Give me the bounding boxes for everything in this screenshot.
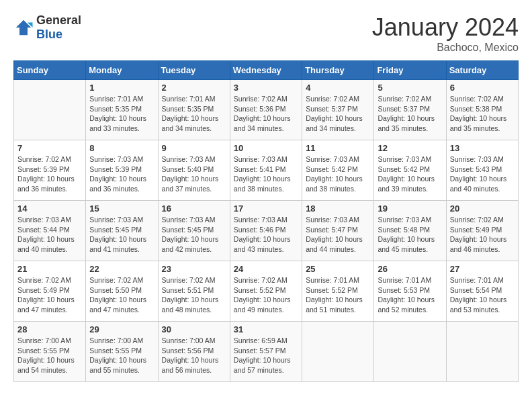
calendar-cell: 15Sunrise: 7:03 AM Sunset: 5:45 PM Dayli… — [86, 201, 158, 261]
day-info: Sunrise: 7:02 AM Sunset: 5:52 PM Dayligh… — [234, 275, 298, 315]
day-info: Sunrise: 7:01 AM Sunset: 5:54 PM Dayligh… — [450, 275, 515, 315]
day-number: 11 — [306, 143, 370, 153]
day-number: 18 — [306, 203, 370, 214]
day-info: Sunrise: 7:02 AM Sunset: 5:39 PM Dayligh… — [17, 154, 82, 194]
calendar-cell — [302, 322, 374, 382]
day-info: Sunrise: 7:03 AM Sunset: 5:41 PM Dayligh… — [234, 154, 298, 194]
logo-general-text: General — [36, 13, 81, 28]
day-info: Sunrise: 7:03 AM Sunset: 5:40 PM Dayligh… — [162, 154, 226, 194]
day-info: Sunrise: 7:02 AM Sunset: 5:37 PM Dayligh… — [306, 94, 370, 134]
day-number: 3 — [234, 83, 298, 93]
calendar-cell: 14Sunrise: 7:03 AM Sunset: 5:44 PM Dayli… — [14, 201, 86, 261]
calendar-cell: 8Sunrise: 7:03 AM Sunset: 5:39 PM Daylig… — [86, 140, 158, 201]
calendar-cell — [14, 80, 86, 140]
calendar-table: SundayMondayTuesdayWednesdayThursdayFrid… — [13, 60, 519, 382]
day-number: 31 — [234, 324, 298, 334]
calendar-week-row: 7Sunrise: 7:02 AM Sunset: 5:39 PM Daylig… — [14, 140, 519, 201]
day-info: Sunrise: 7:03 AM Sunset: 5:42 PM Dayligh… — [306, 154, 370, 194]
logo: General Blue — [13, 13, 81, 42]
calendar-cell: 12Sunrise: 7:03 AM Sunset: 5:42 PM Dayli… — [374, 140, 446, 201]
calendar-cell: 4Sunrise: 7:02 AM Sunset: 5:37 PM Daylig… — [302, 80, 374, 140]
calendar-cell: 18Sunrise: 7:03 AM Sunset: 5:47 PM Dayli… — [302, 201, 374, 261]
calendar-header: SundayMondayTuesdayWednesdayThursdayFrid… — [14, 61, 519, 80]
day-number: 29 — [89, 324, 154, 334]
day-info: Sunrise: 7:03 AM Sunset: 5:47 PM Dayligh… — [306, 215, 370, 255]
calendar-cell: 25Sunrise: 7:01 AM Sunset: 5:52 PM Dayli… — [302, 261, 374, 322]
day-number: 7 — [17, 143, 82, 153]
page-header: General Blue January 2024 Bachoco, Mexic… — [13, 13, 519, 54]
calendar-cell: 16Sunrise: 7:03 AM Sunset: 5:45 PM Dayli… — [158, 201, 230, 261]
day-number: 30 — [162, 324, 226, 334]
logo-icon — [13, 17, 34, 38]
day-number: 15 — [89, 203, 154, 214]
day-number: 2 — [162, 83, 226, 93]
calendar-cell — [446, 322, 518, 382]
calendar-cell: 24Sunrise: 7:02 AM Sunset: 5:52 PM Dayli… — [230, 261, 302, 322]
logo-blue-text: Blue — [36, 28, 81, 42]
day-info: Sunrise: 7:03 AM Sunset: 5:43 PM Dayligh… — [450, 154, 515, 194]
day-number: 20 — [450, 203, 515, 214]
day-info: Sunrise: 7:00 AM Sunset: 5:56 PM Dayligh… — [162, 336, 226, 375]
day-number: 6 — [450, 83, 515, 93]
day-number: 22 — [89, 264, 154, 274]
day-info: Sunrise: 7:03 AM Sunset: 5:48 PM Dayligh… — [378, 215, 442, 255]
calendar-cell: 27Sunrise: 7:01 AM Sunset: 5:54 PM Dayli… — [446, 261, 518, 322]
calendar-cell: 10Sunrise: 7:03 AM Sunset: 5:41 PM Dayli… — [230, 140, 302, 201]
day-info: Sunrise: 7:02 AM Sunset: 5:36 PM Dayligh… — [234, 94, 298, 134]
calendar-cell: 28Sunrise: 7:00 AM Sunset: 5:55 PM Dayli… — [14, 322, 86, 382]
calendar-cell: 23Sunrise: 7:02 AM Sunset: 5:51 PM Dayli… — [158, 261, 230, 322]
day-info: Sunrise: 7:02 AM Sunset: 5:51 PM Dayligh… — [162, 275, 226, 315]
day-info: Sunrise: 7:00 AM Sunset: 5:55 PM Dayligh… — [89, 336, 154, 375]
day-info: Sunrise: 7:02 AM Sunset: 5:50 PM Dayligh… — [89, 275, 154, 315]
day-number: 25 — [306, 264, 370, 274]
calendar-cell: 26Sunrise: 7:01 AM Sunset: 5:53 PM Dayli… — [374, 261, 446, 322]
weekday-header-wednesday: Wednesday — [230, 61, 302, 80]
logo-text: General Blue — [36, 13, 81, 42]
day-number: 13 — [450, 143, 515, 153]
day-info: Sunrise: 7:03 AM Sunset: 5:45 PM Dayligh… — [162, 215, 226, 255]
day-number: 23 — [162, 264, 226, 274]
weekday-header-monday: Monday — [86, 61, 158, 80]
calendar-week-row: 21Sunrise: 7:02 AM Sunset: 5:49 PM Dayli… — [14, 261, 519, 322]
location-text: Bachoco, Mexico — [372, 42, 519, 54]
day-number: 1 — [89, 83, 154, 93]
calendar-cell: 21Sunrise: 7:02 AM Sunset: 5:49 PM Dayli… — [14, 261, 86, 322]
day-info: Sunrise: 7:03 AM Sunset: 5:45 PM Dayligh… — [89, 215, 154, 255]
day-info: Sunrise: 7:03 AM Sunset: 5:39 PM Dayligh… — [89, 154, 154, 194]
calendar-cell: 13Sunrise: 7:03 AM Sunset: 5:43 PM Dayli… — [446, 140, 518, 201]
calendar-cell: 17Sunrise: 7:03 AM Sunset: 5:46 PM Dayli… — [230, 201, 302, 261]
day-info: Sunrise: 7:02 AM Sunset: 5:49 PM Dayligh… — [450, 215, 515, 255]
day-info: Sunrise: 7:03 AM Sunset: 5:46 PM Dayligh… — [234, 215, 298, 255]
calendar-cell — [374, 322, 446, 382]
calendar-cell: 7Sunrise: 7:02 AM Sunset: 5:39 PM Daylig… — [14, 140, 86, 201]
day-info: Sunrise: 7:01 AM Sunset: 5:35 PM Dayligh… — [89, 94, 154, 134]
day-info: Sunrise: 6:59 AM Sunset: 5:57 PM Dayligh… — [234, 336, 298, 375]
calendar-body: 1Sunrise: 7:01 AM Sunset: 5:35 PM Daylig… — [14, 80, 519, 382]
calendar-cell: 6Sunrise: 7:02 AM Sunset: 5:38 PM Daylig… — [446, 80, 518, 140]
weekday-header-thursday: Thursday — [302, 61, 374, 80]
day-info: Sunrise: 7:02 AM Sunset: 5:38 PM Dayligh… — [450, 94, 515, 134]
calendar-cell: 5Sunrise: 7:02 AM Sunset: 5:37 PM Daylig… — [374, 80, 446, 140]
calendar-week-row: 28Sunrise: 7:00 AM Sunset: 5:55 PM Dayli… — [14, 322, 519, 382]
day-number: 19 — [378, 203, 442, 214]
calendar-cell: 1Sunrise: 7:01 AM Sunset: 5:35 PM Daylig… — [86, 80, 158, 140]
day-number: 5 — [378, 83, 442, 93]
day-number: 21 — [17, 264, 82, 274]
day-number: 26 — [378, 264, 442, 274]
day-info: Sunrise: 7:01 AM Sunset: 5:52 PM Dayligh… — [306, 275, 370, 315]
weekday-header-sunday: Sunday — [14, 61, 86, 80]
weekday-header-row: SundayMondayTuesdayWednesdayThursdayFrid… — [14, 61, 519, 80]
calendar-cell: 2Sunrise: 7:01 AM Sunset: 5:35 PM Daylig… — [158, 80, 230, 140]
title-area: January 2024 Bachoco, Mexico — [372, 13, 519, 54]
day-number: 17 — [234, 203, 298, 214]
calendar-cell: 29Sunrise: 7:00 AM Sunset: 5:55 PM Dayli… — [86, 322, 158, 382]
day-number: 24 — [234, 264, 298, 274]
day-info: Sunrise: 7:02 AM Sunset: 5:37 PM Dayligh… — [378, 94, 442, 134]
svg-marker-0 — [16, 20, 32, 36]
calendar-week-row: 1Sunrise: 7:01 AM Sunset: 5:35 PM Daylig… — [14, 80, 519, 140]
day-number: 12 — [378, 143, 442, 153]
day-number: 8 — [89, 143, 154, 153]
calendar-cell: 20Sunrise: 7:02 AM Sunset: 5:49 PM Dayli… — [446, 201, 518, 261]
weekday-header-friday: Friday — [374, 61, 446, 80]
day-number: 27 — [450, 264, 515, 274]
